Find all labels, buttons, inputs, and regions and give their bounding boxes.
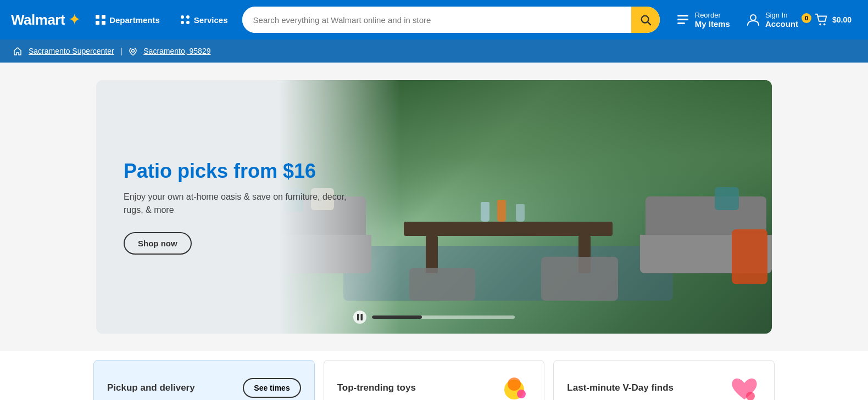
svg-rect-10: [677, 15, 688, 16]
hero-section-wrapper: Patio picks from $16 Enjoy your own at-h…: [0, 63, 868, 351]
hero-title: Patio picks from $16: [124, 159, 353, 183]
services-button[interactable]: Services: [174, 11, 233, 29]
svg-point-6: [181, 21, 184, 24]
svg-point-13: [750, 15, 756, 20]
reorder-icon: [675, 12, 691, 27]
logo-wordmark: Walmart: [11, 12, 65, 29]
svg-rect-12: [677, 22, 685, 24]
svg-rect-17: [357, 314, 359, 320]
shop-now-button[interactable]: Shop now: [124, 232, 192, 255]
svg-rect-1: [102, 15, 105, 19]
pin-icon: [129, 47, 139, 55]
ottoman-left: [409, 268, 475, 301]
location-separator: |: [121, 47, 123, 55]
store-link[interactable]: Sacramento Supercenter: [29, 47, 114, 55]
walmart-logo[interactable]: Walmart ✦: [11, 12, 81, 29]
svg-rect-0: [96, 15, 99, 19]
hero-content: Patio picks from $16 Enjoy your own at-h…: [96, 80, 380, 334]
cart-price: $0.00: [832, 15, 852, 24]
svg-point-7: [186, 21, 190, 24]
store-icon: [13, 46, 24, 55]
cart-icon: 0: [814, 12, 829, 27]
svg-point-5: [186, 15, 190, 19]
svg-rect-3: [102, 21, 105, 25]
svg-rect-18: [361, 314, 363, 320]
carousel-controls: [353, 311, 515, 324]
pillow-teal-right: [715, 187, 739, 210]
svg-rect-11: [677, 19, 688, 20]
reorder-button[interactable]: Reorder My Items: [670, 8, 736, 32]
search-input[interactable]: [242, 7, 631, 33]
signin-text: Sign In Account: [765, 11, 798, 29]
location-link[interactable]: Sacramento, 95829: [143, 47, 210, 55]
cart-button[interactable]: 0 $0.00: [808, 9, 857, 31]
svg-line-9: [648, 22, 650, 25]
hero-banner: Patio picks from $16 Enjoy your own at-h…: [96, 80, 772, 334]
search-button[interactable]: [631, 7, 660, 33]
carousel-pause-button[interactable]: [353, 311, 366, 324]
header: Walmart ✦ Departments Services: [0, 0, 868, 40]
account-icon: [745, 12, 761, 27]
svg-point-4: [181, 15, 184, 19]
svg-point-21: [517, 390, 526, 398]
logo-spark-icon: ✦: [68, 12, 81, 27]
bottom-cards-section: Pickup and delivery See times Top-trendi…: [0, 351, 868, 400]
trending-toys-image: [498, 371, 531, 400]
table-top: [404, 222, 613, 236]
svg-rect-2: [96, 21, 99, 25]
trending-toys-card: Top-trending toys: [324, 360, 545, 400]
carousel-progress-fill: [372, 316, 422, 319]
svg-point-15: [824, 24, 826, 26]
cart-badge: 0: [802, 13, 811, 23]
services-grid-icon: [180, 14, 191, 25]
location-bar: Sacramento Supercenter | Sacramento, 958…: [0, 40, 868, 63]
pickup-delivery-card: Pickup and delivery See times: [93, 360, 315, 400]
hero-subtitle: Enjoy your own at-home oasis & save on f…: [124, 190, 353, 217]
svg-point-14: [819, 24, 821, 26]
vday-finds-image: [728, 371, 761, 400]
glass-1: [481, 202, 489, 222]
header-right-actions: Reorder My Items Sign In Account: [670, 8, 857, 32]
search-bar: [242, 7, 660, 33]
see-times-button[interactable]: See times: [243, 378, 301, 398]
departments-button[interactable]: Departments: [90, 11, 165, 29]
pickup-delivery-title: Pickup and delivery: [107, 382, 195, 393]
svg-point-20: [508, 378, 521, 391]
trending-toys-title: Top-trending toys: [337, 382, 416, 393]
reorder-text: Reorder My Items: [695, 11, 730, 29]
carousel-progress-track: [372, 316, 515, 319]
glass-2: [497, 200, 506, 222]
departments-label: Departments: [109, 15, 160, 25]
svg-point-16: [132, 49, 135, 52]
services-label: Services: [194, 15, 228, 25]
departments-grid-icon: [95, 14, 106, 25]
svg-point-22: [746, 392, 755, 401]
ottoman-right: [541, 257, 618, 301]
vday-finds-title: Last-minute V-Day finds: [567, 382, 674, 393]
orange-stool: [732, 229, 767, 284]
glass-3: [516, 204, 525, 222]
signin-button[interactable]: Sign In Account: [740, 8, 804, 32]
vday-finds-card: Last-minute V-Day finds: [553, 360, 775, 400]
